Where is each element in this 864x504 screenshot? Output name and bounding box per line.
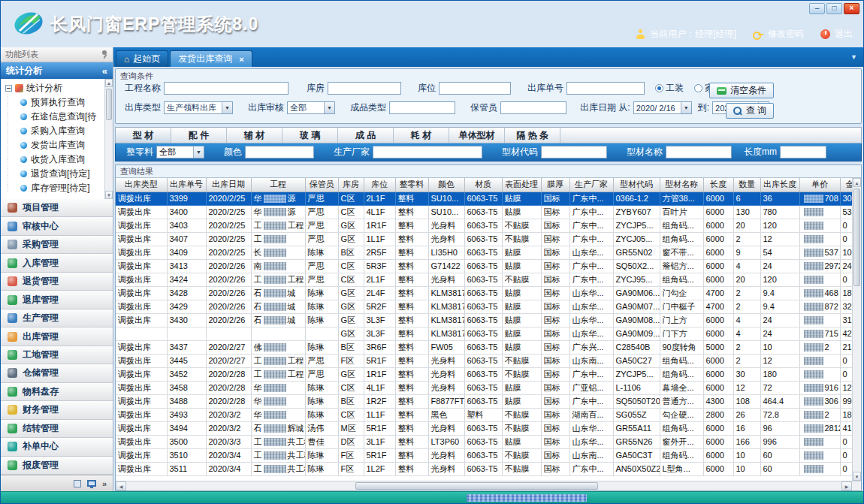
- table-row[interactable]: 调拨出库34582020/2/28华陈琳C区4L1F整料光身料6063-T5贴膜…: [116, 381, 859, 394]
- column-header[interactable]: 单价: [799, 178, 840, 192]
- sidebar-module[interactable]: 报废管理: [1, 457, 113, 475]
- tree-item[interactable]: 在途信息查询[待: [2, 110, 104, 124]
- tab-home[interactable]: ⌂ 起始页: [116, 50, 168, 67]
- sidebar-module[interactable]: 退库管理: [1, 291, 113, 309]
- product-type-input[interactable]: [389, 101, 455, 114]
- change-password-link[interactable]: 修改密码: [768, 28, 804, 41]
- column-header[interactable]: 保管员: [305, 178, 338, 192]
- scroll-down-icon[interactable]: ▼: [853, 472, 861, 481]
- column-header[interactable]: 出库类型: [116, 178, 167, 192]
- keeper-input[interactable]: [500, 101, 566, 114]
- table-row[interactable]: 调拨出库34932020/3/2华陈琳C区1L1F整料黑色塑料不贴膜国标湖南百.…: [116, 408, 859, 421]
- outbound-audit-select[interactable]: 全部: [287, 101, 335, 114]
- column-header[interactable]: 型材名称: [660, 178, 703, 192]
- statistics-section-bar[interactable]: 统计分析 «: [1, 62, 113, 79]
- material-tab[interactable]: 隔 热 条: [505, 128, 560, 143]
- table-row[interactable]: 调拨出库34882020/2/28华陈琳B区1R2F整料F8877FT6063-…: [116, 394, 859, 408]
- table-row[interactable]: 调拨出库33992020/2/25华源严思C区2L1F整料SU10...6063…: [116, 192, 859, 205]
- radio-workwear-label[interactable]: 工装: [666, 82, 684, 95]
- column-header[interactable]: 工程: [251, 178, 305, 192]
- collapse-icon[interactable]: «: [102, 65, 107, 77]
- location-input[interactable]: [439, 82, 511, 95]
- sidebar-module[interactable]: 生产管理: [1, 309, 113, 327]
- table-row[interactable]: 调拨出库34282020/2/26石城陈琳G区2L4F整料KLM38176063…: [116, 286, 859, 300]
- column-header[interactable]: 库房: [338, 178, 364, 192]
- table-row[interactable]: 调拨出库34242020/2/26工工程严思C区2L1F整料光身料6063-T5…: [116, 273, 859, 286]
- horizontal-scrollbar[interactable]: ◀ ▶: [116, 481, 861, 490]
- table-row[interactable]: 调拨出库34132020/2/26南严思C区5R3F整料G714226063-T…: [116, 259, 859, 273]
- column-header[interactable]: 表面处理: [502, 178, 541, 192]
- sidebar-module[interactable]: 入库管理: [1, 254, 113, 272]
- material-tab[interactable]: 配 件: [171, 128, 227, 143]
- collapse-box-icon[interactable]: [5, 85, 12, 92]
- material-tab[interactable]: 玻 璃: [282, 128, 338, 143]
- close-button[interactable]: ×: [844, 3, 859, 14]
- sidebar-module[interactable]: 出库管理: [1, 327, 113, 346]
- maximize-button[interactable]: □: [826, 3, 842, 14]
- order-no-input[interactable]: [566, 82, 645, 95]
- vertical-scrollbar[interactable]: ▲ ▼: [852, 178, 861, 481]
- table-row[interactable]: 调拨出库34002020/2/25华源严思C区4L1F整料SU10...6063…: [116, 205, 859, 219]
- table-row[interactable]: 调拨出库35102020/3/4工共工程陈琳F区5R1F整料光身料6063-T5…: [116, 448, 859, 462]
- tree-scroll-up-icon[interactable]: ▲: [105, 79, 113, 87]
- tab-shipping-outbound-query[interactable]: 发货出库查询 ×: [170, 50, 252, 67]
- tree-item[interactable]: 收货入库查询: [2, 152, 104, 167]
- tree-item[interactable]: 退货查询[待定]: [2, 167, 104, 181]
- column-header[interactable]: 整零料: [395, 178, 428, 192]
- sidebar-module[interactable]: 工地管理: [1, 346, 113, 364]
- sidebar-module[interactable]: 采购管理: [1, 236, 113, 254]
- column-header[interactable]: 材质: [464, 178, 502, 192]
- clear-conditions-button[interactable]: 清空条件: [709, 83, 774, 98]
- scroll-right-icon[interactable]: ▶: [841, 481, 852, 490]
- table-row[interactable]: 调拨出库35112020/3/4工共工程陈琳F区1L2F整料光身料6063-T5…: [116, 462, 859, 475]
- color-input[interactable]: [245, 146, 314, 158]
- column-header[interactable]: 生产厂家: [569, 178, 613, 192]
- minimize-button[interactable]: –: [809, 3, 825, 14]
- pin-icon[interactable]: [101, 50, 108, 59]
- scroll-left-icon[interactable]: ◀: [116, 481, 126, 490]
- table-row[interactable]: 调拨出库34292020/2/26石城陈琳G区5R2F整料KLM38176063…: [116, 300, 859, 313]
- horizontal-scroll-track[interactable]: [126, 481, 841, 490]
- profile-code-input[interactable]: [541, 146, 607, 158]
- outbound-type-select[interactable]: 生产领料出库: [164, 101, 233, 114]
- sidebar-module[interactable]: 补单中心: [1, 438, 113, 456]
- date-from-picker[interactable]: 2020/ 2/16: [633, 101, 692, 114]
- vertical-scroll-thumb[interactable]: [853, 189, 860, 286]
- project-name-input[interactable]: [164, 82, 289, 95]
- column-header[interactable]: 型材代码: [613, 178, 660, 192]
- table-row[interactable]: 调拨出库34092020/2/25长陈琳B区2R5F整料LI35H06063-T…: [116, 246, 859, 259]
- monitor-icon[interactable]: [87, 480, 96, 487]
- column-header[interactable]: 出库日期: [206, 178, 251, 192]
- whole-part-select[interactable]: 全部: [156, 146, 204, 158]
- tree-scroll-down-icon[interactable]: ▼: [105, 191, 113, 199]
- table-row[interactable]: 调拨出库34372020/2/27佛陈琳B区3R6F整料FW056063-T5贴…: [116, 340, 859, 354]
- logout-link[interactable]: 退出: [835, 28, 853, 41]
- sidebar-module[interactable]: 财务管理: [1, 401, 113, 419]
- table-row[interactable]: 调拨出库35002020/3/3工共工程曹佳D区3L1F整料LT3P606063…: [116, 435, 859, 448]
- more-chevron-icon[interactable]: »: [102, 479, 107, 488]
- material-tab[interactable]: 成 品: [338, 128, 394, 143]
- horizontal-scroll-thumb[interactable]: [355, 482, 599, 490]
- column-header[interactable]: 出库单号: [167, 178, 206, 192]
- table-row[interactable]: 调拨出库34942020/3/2石辉城汤伟M区5R1F整料光身料6063-T5不…: [116, 421, 859, 435]
- table-row[interactable]: 调拨出库34032020/2/25工工程严思G区1R1F整料光身料6063-T5…: [116, 219, 859, 232]
- scroll-up-icon[interactable]: ▲: [853, 178, 861, 187]
- table-row[interactable]: 调拨出库34452020/2/27工工程严思F区5R1F整料光身料6063-T5…: [116, 354, 859, 367]
- table-row[interactable]: 调拨出库34302020/2/26石城陈琳G区3L3F整料KLM38176063…: [116, 313, 859, 327]
- column-header[interactable]: 出库长度: [760, 178, 799, 192]
- material-tab[interactable]: 辅 材: [227, 128, 282, 143]
- sidebar-module[interactable]: 审核中心: [1, 217, 113, 235]
- sidebar-module[interactable]: 物料盘存: [1, 383, 113, 401]
- column-header[interactable]: 颜色: [428, 178, 464, 192]
- tree-root[interactable]: 统计分析: [2, 81, 104, 95]
- table-row[interactable]: G区3L3F整料KLM38176063-T5贴膜国标山东华...GA90M09.…: [116, 327, 859, 340]
- tree-item[interactable]: 采购入库查询: [2, 124, 104, 138]
- tab-overflow-icon[interactable]: ▼: [850, 53, 857, 61]
- table-row[interactable]: 调拨出库34522020/2/28工工程严思G区1R1F整料光身料6063-T5…: [116, 367, 859, 381]
- tab-close-icon[interactable]: ×: [239, 55, 243, 64]
- sidebar-module[interactable]: 结转管理: [1, 420, 113, 438]
- tree-scrollbar[interactable]: ▲ ▼: [104, 79, 113, 199]
- tree-item[interactable]: 预算执行查询: [2, 95, 104, 110]
- sidebar-module[interactable]: 仓储管理: [1, 364, 113, 382]
- sidebar-module[interactable]: 项目管理: [1, 199, 113, 217]
